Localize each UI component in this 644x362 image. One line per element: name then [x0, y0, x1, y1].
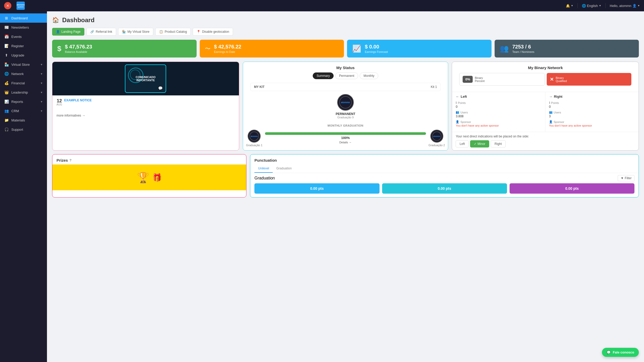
team-card: 👥 7253 / 6 Team / Nominees — [495, 40, 639, 57]
sidebar-item-support[interactable]: 🎧 Support — [0, 125, 47, 134]
sidebar-item-dashboard[interactable]: ⊞ Dashboard — [0, 13, 47, 23]
sidebar-item-financial[interactable]: 💰 Financial ▼ — [0, 78, 47, 88]
sidebar-item-label: CRM — [11, 109, 19, 113]
right-users-row: 👥 Users 3 — [549, 111, 635, 118]
placement-minor-button[interactable]: ✓ Minor — [470, 140, 489, 147]
location-icon: 📍 — [197, 30, 200, 34]
sidebar-item-label: Leadership — [11, 90, 28, 94]
sponsor-icon: 👤 — [456, 120, 459, 124]
sidebar-item-crm[interactable]: 👥 CRM ▼ — [0, 106, 47, 116]
bottom-grid: Prizes ? 🏆 🎁 Punctuation Unilevel Gradua… — [52, 154, 639, 198]
punctuation-title: Punctuation — [250, 154, 639, 164]
news-link[interactable]: EXAMPLE NOTICE — [64, 98, 92, 102]
right-points-row: ℹ Points 0 — [549, 101, 635, 109]
referral-link-button[interactable]: 🔗 Referral link — [86, 28, 116, 36]
left-sponsor-value: You don't have any active sponsor — [456, 124, 541, 127]
balance-value: $ 47,576.23 — [65, 44, 92, 50]
permanent-sub: Graduação 9 — [246, 116, 445, 119]
lr-section: ← Left ℹ Points 0 👥 Users 3.808 👤 Sp — [452, 92, 639, 132]
sidebar-item-network[interactable]: 🌐 Network ▼ — [0, 69, 47, 78]
punctuation-tabs: Unilevel Graduation — [250, 164, 639, 173]
logo: atommn system — [17, 2, 25, 10]
earnings-date-value: $ 42,576.22 — [214, 44, 242, 50]
binary-pct-value: 0% — [463, 76, 473, 83]
right-sponsor-row: 👤 Sponsor You don't have any active spon… — [549, 120, 635, 127]
pts-box-1: 0.00 pts — [254, 183, 379, 194]
close-button[interactable]: ✕ — [4, 2, 11, 9]
sidebar-item-label: Network — [11, 72, 24, 76]
product-catalog-button[interactable]: 📋 Product Catalog — [155, 28, 191, 36]
monthly-section: MONTHLY GRADUATION atommn Graduação 1 — [243, 122, 448, 150]
my-status-card: My Status Summary Permanent Monthly MY K… — [243, 62, 448, 151]
logo-icon: atommn system — [17, 2, 25, 10]
notifications-button[interactable]: 🔔 ▼ — [566, 4, 573, 8]
kit-row: MY KIT Kit 1 — [250, 83, 441, 91]
chevron-down-icon: ▼ — [40, 91, 43, 94]
support-icon: 🎧 — [4, 127, 9, 131]
chevron-down-icon: ▼ — [40, 100, 43, 103]
sidebar-item-virtual-store[interactable]: 🏪 Virtual Store ▼ — [0, 60, 47, 69]
materials-icon: 📁 — [4, 118, 9, 122]
placement-right-button[interactable]: Right — [491, 140, 506, 147]
upgrade-icon: ⬆ — [4, 53, 9, 57]
chevron-down-icon: ▼ — [599, 4, 601, 7]
tab-unilevel[interactable]: Unilevel — [254, 164, 273, 173]
right-users-value: 3 — [549, 114, 635, 118]
chevron-down-icon: ▼ — [40, 63, 43, 66]
dollar-icon: $ — [57, 45, 61, 53]
tab-summary[interactable]: Summary — [313, 72, 334, 79]
right-column: → Right ℹ Points 0 👥 Users 3 👤 Spons — [545, 92, 639, 132]
permanent-label: PERMANENT — [246, 112, 445, 116]
sidebar-item-label: Upgrade — [11, 53, 24, 57]
store-icon: 🏪 — [122, 30, 126, 34]
forecast-icon: 📈 — [352, 44, 361, 53]
page-header: 🏠 Dashboard — [52, 17, 639, 24]
whatsapp-button[interactable]: 💬 Fale conosco — [602, 348, 639, 357]
sidebar-item-upgrade[interactable]: ⬆ Upgrade — [0, 51, 47, 60]
team-label: Team / Nominees — [512, 50, 535, 53]
punctuation-points: 0.00 pts 0.00 pts 0.00 pts — [250, 183, 639, 197]
main-grid: COMUNICADOIMPORTANTE 💬 12 AUG EXAMPLE NO… — [52, 62, 639, 151]
info-icon: ℹ — [549, 101, 550, 104]
crm-icon: 👥 — [4, 109, 9, 113]
progress-bar-wrap — [265, 132, 426, 135]
sidebar-item-materials[interactable]: 📁 Materials — [0, 116, 47, 125]
network-icon: 🌐 — [4, 72, 9, 76]
sidebar-item-label: Financial — [11, 81, 25, 85]
disable-geo-button[interactable]: 📍 Disable geolocation — [193, 28, 233, 36]
bell-icon: 🔔 — [566, 4, 570, 8]
virtual-store-button[interactable]: 🏪 My Virtual Store — [118, 28, 153, 36]
placement-left-button[interactable]: Left — [456, 140, 469, 147]
sidebar-item-events[interactable]: 📅 Events — [0, 32, 47, 41]
newsletters-icon: 📰 — [4, 25, 9, 29]
sidebar-item-label: Virtual Store — [11, 63, 30, 67]
sidebar-item-newsletters[interactable]: 📰 Newsletters — [0, 23, 47, 32]
sidebar-item-label: Reports — [11, 100, 23, 104]
left-sponsor-row: 👤 Sponsor You don't have any active spon… — [456, 120, 541, 127]
user-menu[interactable]: Hello, atommn 👤 ▼ — [610, 4, 640, 8]
language-selector[interactable]: 🌐 English ▼ — [582, 4, 601, 8]
sidebar-item-leadership[interactable]: 👑 Leadership ▼ — [0, 88, 47, 97]
sidebar-item-register[interactable]: 📝 Register — [0, 41, 47, 51]
monthly-title: MONTHLY GRADUATION — [246, 124, 445, 127]
tab-permanent[interactable]: Permanent — [335, 72, 358, 79]
main-content: 🏠 Dashboard 👤 Landing Page 🔗 Referral li… — [47, 11, 644, 362]
landing-page-button[interactable]: 👤 Landing Page — [52, 28, 84, 36]
earnings-icon: 〜 — [205, 45, 211, 53]
help-icon: ? — [69, 158, 71, 162]
events-icon: 📅 — [4, 35, 9, 39]
progress-pct: 100% — [265, 136, 426, 140]
binary-pct-label: BinaryPercent — [475, 76, 485, 83]
kit-label: MY KIT — [254, 85, 264, 89]
tab-graduation[interactable]: Graduation — [273, 164, 295, 173]
logo-text: atommn — [17, 4, 25, 6]
details-link[interactable]: Details → — [339, 141, 352, 144]
sidebar-item-label: Register — [11, 44, 24, 48]
sidebar: ⊞ Dashboard 📰 Newsletters 📅 Events 📝 Reg… — [0, 11, 47, 362]
tab-monthly[interactable]: Monthly — [360, 72, 378, 79]
left-points-row: ℹ Points 0 — [456, 101, 541, 109]
balance-card: $ $ 47,576.23 Balance Available — [52, 40, 197, 57]
filter-button[interactable]: ▼ Filter — [618, 175, 634, 181]
sidebar-item-reports[interactable]: 📊 Reports ▼ — [0, 97, 47, 106]
more-informatives-link[interactable]: more informatives → — [57, 114, 235, 117]
